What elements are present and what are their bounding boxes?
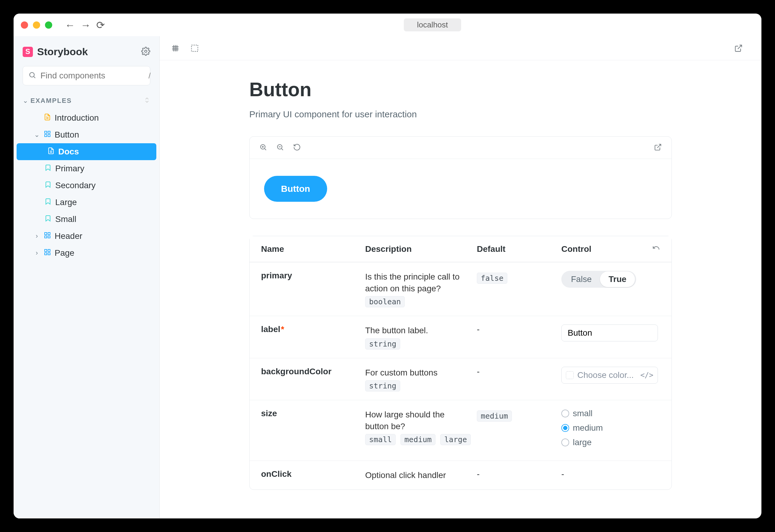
radio-option-medium[interactable]: medium	[561, 423, 660, 433]
canvas-toolbar	[160, 36, 761, 60]
brand-logo-icon	[23, 47, 33, 57]
outline-icon	[190, 44, 199, 52]
zoom-in-icon	[259, 143, 267, 151]
brand-name: Storybook	[37, 46, 88, 58]
nav-buttons: ← → ⟳	[65, 20, 105, 30]
args-row-size: size How large should the button be? sma…	[249, 400, 672, 461]
external-link-icon	[654, 143, 662, 151]
grid-toggle-button[interactable]	[169, 42, 181, 54]
zoom-in-button[interactable]	[259, 143, 267, 152]
svg-rect-5	[48, 135, 50, 137]
sidebar-item-introduction[interactable]: Introduction	[14, 109, 159, 126]
demo-button[interactable]: Button	[264, 176, 327, 202]
search-input[interactable]: /	[23, 66, 150, 85]
document-icon	[44, 113, 51, 123]
sidebar-item-docs[interactable]: Docs	[17, 143, 156, 160]
chevron-right-icon: ›	[33, 249, 40, 257]
settings-button[interactable]	[141, 47, 150, 57]
preview-toolbar	[249, 137, 672, 159]
zoom-reset-icon	[293, 143, 301, 151]
color-swatch-icon	[566, 371, 574, 379]
args-row-onclick: onClick Optional click handler - -	[249, 461, 672, 489]
component-icon	[44, 130, 51, 140]
reset-controls-button[interactable]	[652, 244, 660, 254]
svg-rect-3	[48, 131, 50, 133]
args-header-row: Name Description Default Control	[249, 236, 672, 262]
close-window-button[interactable]	[21, 21, 28, 29]
chevron-down-icon: ⌄	[33, 131, 40, 139]
external-link-icon	[734, 44, 743, 52]
code-icon: </>	[640, 371, 653, 379]
svg-rect-12	[45, 253, 47, 255]
preview-canvas: Button	[249, 159, 672, 219]
svg-rect-11	[48, 249, 50, 252]
forward-icon[interactable]: →	[81, 20, 91, 30]
radio-option-small[interactable]: small	[561, 409, 660, 418]
back-icon[interactable]: ←	[65, 20, 75, 30]
brand[interactable]: Storybook	[23, 46, 88, 58]
gear-icon	[141, 47, 150, 56]
sidebar-item-page[interactable]: › Page	[14, 245, 159, 261]
boolean-toggle-primary[interactable]: False True	[561, 271, 636, 288]
bookmark-icon	[44, 214, 52, 224]
reload-icon[interactable]: ⟳	[96, 20, 105, 30]
open-isolated-button[interactable]	[654, 143, 662, 152]
svg-rect-10	[45, 249, 47, 252]
open-in-new-tab-button[interactable]	[732, 42, 745, 54]
chevron-right-icon: ›	[33, 232, 40, 240]
search-icon	[28, 71, 36, 80]
zoom-out-button[interactable]	[276, 143, 284, 152]
expand-collapse-icon[interactable]	[144, 97, 150, 105]
args-row-primary: primary Is this the principle call to ac…	[249, 262, 672, 316]
args-row-label: label* The button label. string -	[249, 316, 672, 358]
radio-control-size: small medium large	[561, 409, 660, 452]
sidebar: Storybook / ⌄EXAMPLES	[14, 36, 160, 518]
story-preview: Button	[249, 136, 672, 219]
search-shortcut: /	[148, 71, 151, 81]
radio-option-large[interactable]: large	[561, 438, 660, 447]
col-description: Description	[365, 244, 477, 254]
titlebar: ← → ⟳ localhost	[14, 14, 761, 36]
outline-toggle-button[interactable]	[189, 42, 201, 54]
svg-point-1	[30, 72, 34, 77]
document-icon	[47, 147, 55, 157]
col-name: Name	[261, 244, 365, 254]
sidebar-group-header[interactable]: ⌄EXAMPLES	[14, 97, 159, 105]
maximize-window-button[interactable]	[45, 21, 52, 29]
search-field[interactable]	[40, 71, 148, 81]
minimize-window-button[interactable]	[33, 21, 40, 29]
sidebar-item-small[interactable]: Small	[14, 211, 159, 228]
grid-icon	[171, 44, 179, 52]
svg-rect-13	[48, 253, 50, 255]
chevron-down-icon: ⌄	[23, 97, 28, 104]
svg-rect-6	[45, 233, 47, 235]
sidebar-item-secondary[interactable]: Secondary	[14, 177, 159, 194]
component-icon	[44, 231, 51, 241]
text-control-label[interactable]	[561, 325, 658, 341]
bookmark-icon	[44, 181, 52, 190]
undo-icon	[652, 244, 660, 252]
sidebar-item-large[interactable]: Large	[14, 194, 159, 211]
required-asterisk-icon: *	[281, 325, 284, 334]
args-row-backgroundcolor: backgroundColor For custom buttons strin…	[249, 358, 672, 400]
args-table: Name Description Default Control primary	[249, 236, 672, 490]
url-display[interactable]: localhost	[404, 18, 462, 31]
svg-point-0	[144, 50, 147, 52]
sidebar-tree: Introduction ⌄ Button Docs	[14, 109, 159, 261]
sidebar-item-button[interactable]: ⌄ Button	[14, 126, 159, 143]
svg-rect-4	[45, 135, 47, 137]
color-control-backgroundcolor[interactable]: Choose color... </>	[561, 367, 658, 384]
page-title: Button	[249, 78, 672, 101]
svg-rect-7	[48, 233, 50, 235]
svg-rect-8	[45, 236, 47, 238]
window-controls	[21, 21, 52, 29]
col-default: Default	[477, 244, 561, 254]
zoom-out-icon	[276, 143, 284, 151]
sidebar-item-primary[interactable]: Primary	[14, 160, 159, 177]
app-window: ← → ⟳ localhost Storybook /	[14, 14, 761, 518]
svg-rect-9	[48, 236, 50, 238]
bookmark-icon	[44, 164, 52, 173]
col-control: Control	[561, 244, 592, 254]
sidebar-item-header[interactable]: › Header	[14, 228, 159, 245]
zoom-reset-button[interactable]	[293, 143, 301, 152]
